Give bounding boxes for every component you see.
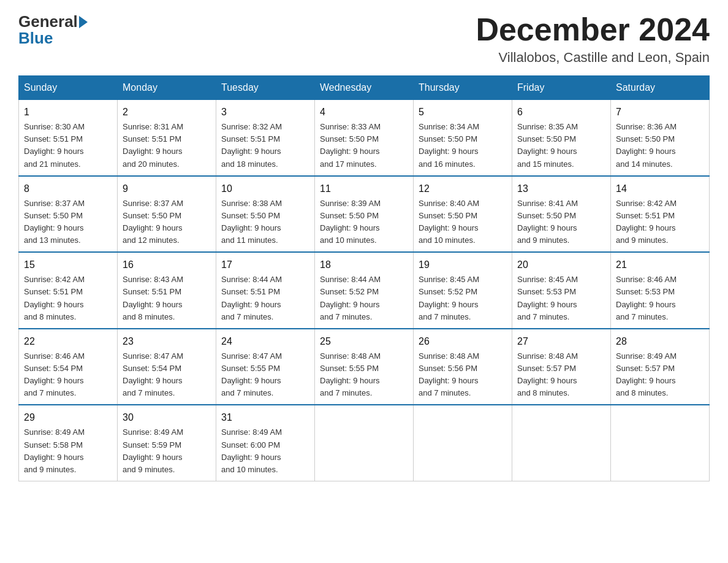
calendar-day-cell: 29Sunrise: 8:49 AM Sunset: 5:58 PM Dayli… [19,405,118,481]
day-number: 21 [616,258,704,272]
day-number: 5 [419,105,507,120]
day-of-week-header: Tuesday [216,76,315,100]
calendar-day-cell: 2Sunrise: 8:31 AM Sunset: 5:51 PM Daylig… [118,100,216,176]
day-number: 15 [24,258,112,272]
day-info: Sunrise: 8:35 AM Sunset: 5:50 PM Dayligh… [517,122,578,168]
calendar-day-cell: 8Sunrise: 8:37 AM Sunset: 5:50 PM Daylig… [19,176,118,253]
logo: General Blue [18,12,88,48]
calendar-day-cell: 16Sunrise: 8:43 AM Sunset: 5:51 PM Dayli… [118,252,216,329]
day-number: 7 [616,105,704,120]
day-info: Sunrise: 8:31 AM Sunset: 5:51 PM Dayligh… [123,122,183,168]
calendar-subtitle: Villalobos, Castille and Leon, Spain [476,50,710,66]
calendar-day-cell: 13Sunrise: 8:41 AM Sunset: 5:50 PM Dayli… [512,176,611,253]
page-header: General Blue December 2024 Villalobos, C… [18,12,710,66]
day-info: Sunrise: 8:45 AM Sunset: 5:53 PM Dayligh… [517,275,578,321]
calendar-day-cell: 10Sunrise: 8:38 AM Sunset: 5:50 PM Dayli… [216,176,315,253]
day-of-week-header: Friday [512,76,611,100]
day-info: Sunrise: 8:46 AM Sunset: 5:53 PM Dayligh… [616,275,677,321]
day-of-week-header: Monday [118,76,216,100]
calendar-week-row: 8Sunrise: 8:37 AM Sunset: 5:50 PM Daylig… [19,176,710,253]
day-number: 27 [517,334,605,349]
calendar-day-cell: 30Sunrise: 8:49 AM Sunset: 5:59 PM Dayli… [118,405,216,481]
day-number: 24 [221,334,309,349]
day-number: 2 [123,105,211,120]
day-number: 17 [221,258,309,272]
day-info: Sunrise: 8:49 AM Sunset: 5:59 PM Dayligh… [123,427,183,473]
day-number: 4 [320,105,408,120]
day-info: Sunrise: 8:45 AM Sunset: 5:52 PM Dayligh… [419,275,479,321]
day-number: 14 [616,182,704,196]
calendar-week-row: 29Sunrise: 8:49 AM Sunset: 5:58 PM Dayli… [19,405,710,481]
calendar-day-cell: 18Sunrise: 8:44 AM Sunset: 5:52 PM Dayli… [315,252,414,329]
calendar-day-cell: 4Sunrise: 8:33 AM Sunset: 5:50 PM Daylig… [315,100,414,176]
day-number: 1 [24,105,112,120]
day-info: Sunrise: 8:37 AM Sunset: 5:50 PM Dayligh… [123,199,183,245]
day-number: 29 [24,410,112,425]
calendar-day-cell: 6Sunrise: 8:35 AM Sunset: 5:50 PM Daylig… [512,100,611,176]
day-info: Sunrise: 8:42 AM Sunset: 5:51 PM Dayligh… [616,199,677,245]
day-info: Sunrise: 8:44 AM Sunset: 5:52 PM Dayligh… [320,275,381,321]
day-number: 9 [123,182,211,196]
calendar-day-cell: 28Sunrise: 8:49 AM Sunset: 5:57 PM Dayli… [611,329,710,405]
day-number: 26 [419,334,507,349]
day-number: 30 [123,410,211,425]
day-number: 23 [123,334,211,349]
day-info: Sunrise: 8:36 AM Sunset: 5:50 PM Dayligh… [616,122,677,168]
day-info: Sunrise: 8:32 AM Sunset: 5:51 PM Dayligh… [221,122,282,168]
day-number: 10 [221,182,309,196]
calendar-day-cell [611,405,710,481]
calendar-day-cell: 20Sunrise: 8:45 AM Sunset: 5:53 PM Dayli… [512,252,611,329]
calendar-day-cell: 1Sunrise: 8:30 AM Sunset: 5:51 PM Daylig… [19,100,118,176]
logo-blue-text: Blue [18,29,88,48]
calendar-day-cell: 25Sunrise: 8:48 AM Sunset: 5:55 PM Dayli… [315,329,414,405]
day-number: 18 [320,258,408,272]
day-info: Sunrise: 8:41 AM Sunset: 5:50 PM Dayligh… [517,199,578,245]
calendar-week-row: 15Sunrise: 8:42 AM Sunset: 5:51 PM Dayli… [19,252,710,329]
calendar-week-row: 1Sunrise: 8:30 AM Sunset: 5:51 PM Daylig… [19,100,710,176]
day-info: Sunrise: 8:44 AM Sunset: 5:51 PM Dayligh… [221,275,282,321]
day-number: 8 [24,182,112,196]
calendar-day-cell: 31Sunrise: 8:49 AM Sunset: 6:00 PM Dayli… [216,405,315,481]
day-of-week-header: Saturday [611,76,710,100]
calendar-day-cell: 3Sunrise: 8:32 AM Sunset: 5:51 PM Daylig… [216,100,315,176]
day-info: Sunrise: 8:49 AM Sunset: 6:00 PM Dayligh… [221,427,282,473]
day-info: Sunrise: 8:49 AM Sunset: 5:58 PM Dayligh… [24,427,85,473]
day-info: Sunrise: 8:48 AM Sunset: 5:55 PM Dayligh… [320,351,381,397]
day-number: 22 [24,334,112,349]
day-of-week-header: Sunday [19,76,118,100]
day-info: Sunrise: 8:48 AM Sunset: 5:56 PM Dayligh… [419,351,479,397]
day-info: Sunrise: 8:47 AM Sunset: 5:55 PM Dayligh… [221,351,282,397]
day-number: 12 [419,182,507,196]
calendar-header-row: SundayMondayTuesdayWednesdayThursdayFrid… [19,76,710,100]
day-number: 6 [517,105,605,120]
day-number: 3 [221,105,309,120]
day-info: Sunrise: 8:30 AM Sunset: 5:51 PM Dayligh… [24,122,85,168]
calendar-day-cell: 26Sunrise: 8:48 AM Sunset: 5:56 PM Dayli… [414,329,512,405]
day-info: Sunrise: 8:38 AM Sunset: 5:50 PM Dayligh… [221,199,282,245]
day-number: 31 [221,410,309,425]
day-number: 28 [616,334,704,349]
calendar-day-cell: 21Sunrise: 8:46 AM Sunset: 5:53 PM Dayli… [611,252,710,329]
day-of-week-header: Thursday [414,76,512,100]
calendar-day-cell: 7Sunrise: 8:36 AM Sunset: 5:50 PM Daylig… [611,100,710,176]
calendar-day-cell: 9Sunrise: 8:37 AM Sunset: 5:50 PM Daylig… [118,176,216,253]
calendar-day-cell: 17Sunrise: 8:44 AM Sunset: 5:51 PM Dayli… [216,252,315,329]
calendar-day-cell: 23Sunrise: 8:47 AM Sunset: 5:54 PM Dayli… [118,329,216,405]
calendar-day-cell: 12Sunrise: 8:40 AM Sunset: 5:50 PM Dayli… [414,176,512,253]
day-number: 16 [123,258,211,272]
calendar-day-cell: 22Sunrise: 8:46 AM Sunset: 5:54 PM Dayli… [19,329,118,405]
calendar-title: December 2024 [476,12,710,47]
day-number: 11 [320,182,408,196]
calendar-day-cell: 15Sunrise: 8:42 AM Sunset: 5:51 PM Dayli… [19,252,118,329]
day-info: Sunrise: 8:47 AM Sunset: 5:54 PM Dayligh… [123,351,183,397]
title-section: December 2024 Villalobos, Castille and L… [476,12,710,66]
day-info: Sunrise: 8:43 AM Sunset: 5:51 PM Dayligh… [123,275,183,321]
day-info: Sunrise: 8:46 AM Sunset: 5:54 PM Dayligh… [24,351,85,397]
calendar-day-cell: 27Sunrise: 8:48 AM Sunset: 5:57 PM Dayli… [512,329,611,405]
day-info: Sunrise: 8:34 AM Sunset: 5:50 PM Dayligh… [419,122,479,168]
day-info: Sunrise: 8:33 AM Sunset: 5:50 PM Dayligh… [320,122,381,168]
day-info: Sunrise: 8:42 AM Sunset: 5:51 PM Dayligh… [24,275,85,321]
calendar-day-cell: 11Sunrise: 8:39 AM Sunset: 5:50 PM Dayli… [315,176,414,253]
calendar-day-cell [414,405,512,481]
day-number: 25 [320,334,408,349]
